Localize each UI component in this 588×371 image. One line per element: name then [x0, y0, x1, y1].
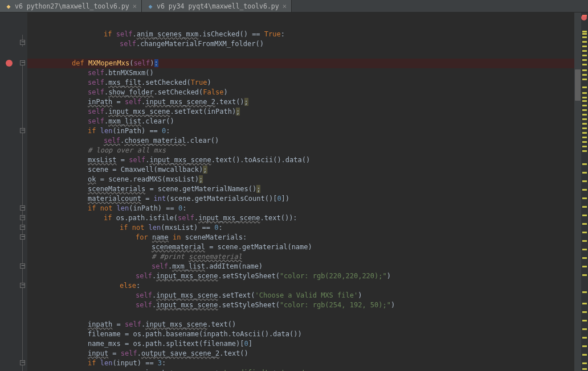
- code-line[interactable]: input = self.output_save_scene_2.text(): [32, 349, 574, 358]
- code-line[interactable]: else:: [32, 281, 574, 291]
- fold-toggle-icon[interactable]: [20, 205, 25, 211]
- error-stripe[interactable]: [581, 13, 588, 371]
- error-stripe-marker[interactable]: [582, 127, 587, 129]
- error-stripe-marker[interactable]: [582, 55, 587, 56]
- error-stripe-marker[interactable]: [582, 86, 587, 88]
- fold-toggle-icon[interactable]: [20, 263, 25, 269]
- code-line[interactable]: filename = os.path.basename(inpath.toAsc…: [32, 329, 574, 339]
- fold-toggle-icon[interactable]: [20, 234, 25, 240]
- code-line[interactable]: self.input_mxs_scene.setText('Choose a V…: [32, 291, 574, 300]
- code-line[interactable]: self.input_mxs_scene.setStyleSheet("colo…: [32, 271, 574, 281]
- error-stripe-marker[interactable]: [582, 311, 587, 313]
- code-line[interactable]: materialcount = int(scene.getMaterialsCo…: [32, 194, 574, 204]
- code-line[interactable]: self.input_mxs_scene.setStyleSheet("colo…: [32, 300, 574, 310]
- code-line[interactable]: if os.path.isfile(self.input_mxs_scene.t…: [32, 213, 574, 223]
- fold-toggle-icon[interactable]: [20, 360, 25, 365]
- code-line[interactable]: ok = scene.readMXS(mxsList);: [32, 175, 574, 184]
- error-stripe-marker[interactable]: [582, 114, 587, 116]
- error-stripe-marker[interactable]: [582, 303, 587, 304]
- code-line[interactable]: # #print scenematerial: [32, 252, 574, 262]
- code-line[interactable]: self.mxm_list.addItem(name): [32, 262, 574, 271]
- error-stripe-marker[interactable]: [582, 257, 587, 259]
- error-stripe-marker[interactable]: [582, 368, 587, 370]
- error-stripe-marker[interactable]: [582, 206, 587, 208]
- fold-toggle-icon[interactable]: [20, 40, 25, 45]
- breakpoint-icon[interactable]: [6, 60, 13, 67]
- code-line[interactable]: self.mxm_list.clear(): [32, 117, 574, 126]
- code-line[interactable]: self.btnMXSmxm(): [32, 68, 574, 78]
- code-line[interactable]: sceneMaterials = scene.getMaterialNames(…: [32, 184, 574, 194]
- error-stripe-marker[interactable]: [582, 74, 587, 76]
- error-stripe-marker[interactable]: [582, 146, 587, 147]
- error-stripe-marker[interactable]: [582, 132, 587, 134]
- code-line[interactable]: self.mxs_filt.setChecked(True): [32, 78, 574, 88]
- error-stripe-marker[interactable]: [582, 150, 587, 152]
- code-line[interactable]: if not len(mxsList) == 0:: [32, 223, 574, 233]
- error-stripe-marker[interactable]: [582, 266, 587, 267]
- tab-file-2[interactable]: ◆ v6 py34 pyqt4\maxwell_toolv6.py ×: [142, 0, 292, 12]
- code-line[interactable]: def MXMopenMxs(self):: [32, 59, 574, 68]
- error-stripe-marker[interactable]: [582, 69, 587, 71]
- error-stripe-marker[interactable]: [582, 15, 587, 17]
- error-stripe-marker[interactable]: [582, 274, 587, 276]
- fold-toggle-icon[interactable]: [20, 128, 25, 133]
- error-stripe-marker[interactable]: [582, 59, 587, 61]
- error-stripe-marker[interactable]: [582, 337, 587, 339]
- error-stripe-marker[interactable]: [582, 100, 587, 102]
- code-line[interactable]: # loop over all mxs: [32, 146, 574, 155]
- error-stripe-marker[interactable]: [582, 345, 587, 347]
- error-stripe-marker[interactable]: [582, 320, 587, 321]
- code-line[interactable]: inpath = self.input_mxs_scene.text(): [32, 320, 574, 329]
- error-stripe-marker[interactable]: [582, 172, 587, 174]
- error-stripe-marker[interactable]: [582, 123, 587, 125]
- fold-toggle-icon[interactable]: [20, 60, 25, 65]
- code-line[interactable]: self.input_mxs_scene.setText(inPath);: [32, 107, 574, 117]
- error-stripe-marker[interactable]: [582, 197, 587, 199]
- error-stripe-marker[interactable]: [582, 50, 587, 52]
- error-stripe-marker[interactable]: [582, 92, 587, 94]
- fold-toggle-icon[interactable]: [20, 283, 25, 288]
- code-line[interactable]: new_mxs = input + name_mxs + '_modified'…: [32, 368, 574, 371]
- error-stripe-marker[interactable]: [582, 33, 587, 35]
- error-stripe-marker[interactable]: [582, 46, 587, 47]
- tab-file-1[interactable]: ◆ v6 python27\maxwell_toolv6.py ×: [0, 0, 142, 12]
- error-stripe-marker[interactable]: [582, 36, 587, 38]
- error-stripe-marker[interactable]: [582, 189, 587, 191]
- code-line[interactable]: mxsList = self.input_mxs_scene.text().to…: [32, 155, 574, 165]
- code-line[interactable]: scenematerial = scene.getMaterial(name): [32, 242, 574, 252]
- code-area[interactable]: if self.anim_scenes_mxm.isChecked() == T…: [27, 13, 574, 371]
- scroll-thumb[interactable]: [575, 69, 581, 101]
- close-icon[interactable]: ×: [133, 2, 137, 10]
- code-line[interactable]: self.changeMaterialFromMXM_folder(): [32, 39, 574, 49]
- error-stripe-marker[interactable]: [582, 240, 587, 242]
- error-stripe-marker[interactable]: [582, 105, 587, 106]
- error-stripe-marker[interactable]: [582, 109, 587, 111]
- error-stripe-marker[interactable]: [582, 232, 587, 233]
- error-stripe-marker[interactable]: [582, 180, 587, 182]
- error-stripe-marker[interactable]: [582, 291, 587, 293]
- error-stripe-marker[interactable]: [582, 79, 587, 80]
- code-line[interactable]: inPath = self.input_mxs_scene_2.text();: [32, 97, 574, 107]
- error-stripe-marker[interactable]: [582, 362, 587, 364]
- gutter[interactable]: [0, 13, 27, 371]
- code-line[interactable]: if len(inPath) == 0:: [32, 126, 574, 136]
- error-stripe-marker[interactable]: [582, 215, 587, 216]
- error-stripe-marker[interactable]: [582, 118, 587, 120]
- error-stripe-marker[interactable]: [582, 354, 587, 356]
- code-line[interactable]: if self.anim_scenes_mxm.isChecked() == T…: [32, 30, 574, 39]
- error-stripe-marker[interactable]: [582, 31, 587, 32]
- code-line[interactable]: for name in sceneMaterials:: [32, 233, 574, 242]
- code-line[interactable]: self.chosen_material.clear(): [32, 136, 574, 146]
- code-line[interactable]: if len(input) == 3:: [32, 358, 574, 368]
- error-stripe-marker[interactable]: [582, 137, 587, 138]
- fold-toggle-icon[interactable]: [20, 215, 25, 220]
- error-stripe-marker[interactable]: [582, 41, 587, 43]
- code-line[interactable]: self.show_folder.setChecked(False): [32, 88, 574, 97]
- error-stripe-marker[interactable]: [582, 223, 587, 225]
- code-line[interactable]: if not len(inPath) == 0:: [32, 204, 574, 213]
- error-stripe-marker[interactable]: [582, 328, 587, 330]
- error-stripe-marker[interactable]: [582, 141, 587, 143]
- code-line[interactable]: scene = Cmaxwell(mwcallback);: [32, 165, 574, 175]
- code-line[interactable]: name_mxs = os.path.splitext(filename)[0]: [32, 339, 574, 349]
- fold-toggle-icon[interactable]: [20, 225, 25, 230]
